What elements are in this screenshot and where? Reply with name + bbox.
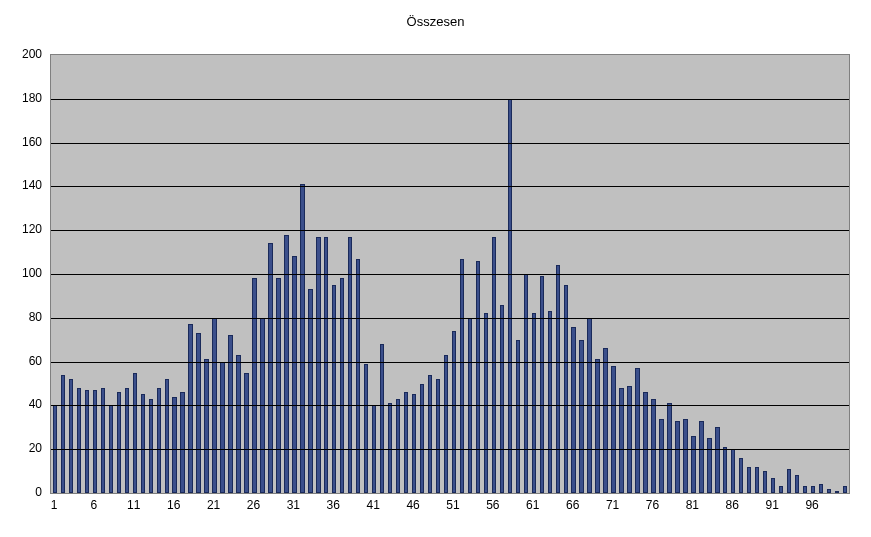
bar — [795, 475, 799, 493]
chart-title: Összesen — [0, 0, 871, 42]
bar — [141, 394, 145, 493]
y-tick-label: 140 — [22, 178, 42, 192]
x-tick-label: 36 — [327, 498, 340, 512]
bar — [404, 392, 408, 493]
x-tick-label: 86 — [726, 498, 739, 512]
bar — [220, 362, 224, 493]
bar — [133, 373, 137, 493]
x-tick-label: 51 — [446, 498, 459, 512]
x-tick-label: 71 — [606, 498, 619, 512]
bar — [787, 469, 791, 493]
bar — [540, 276, 544, 493]
bar — [619, 388, 623, 493]
bar — [771, 478, 775, 493]
y-tick-label: 160 — [22, 135, 42, 149]
bar — [595, 359, 599, 493]
bar — [308, 289, 312, 493]
bar — [165, 379, 169, 493]
x-tick-label: 76 — [646, 498, 659, 512]
x-tick-label: 41 — [367, 498, 380, 512]
bar — [396, 399, 400, 493]
bar — [683, 419, 687, 493]
bar — [731, 449, 735, 493]
x-tick-label: 31 — [287, 498, 300, 512]
bar — [611, 366, 615, 493]
y-tick-label: 40 — [29, 397, 42, 411]
bar — [125, 388, 129, 493]
bar — [244, 373, 248, 493]
x-tick-label: 66 — [566, 498, 579, 512]
bar — [77, 388, 81, 493]
bar — [348, 237, 352, 493]
bar — [763, 471, 767, 493]
bar — [667, 403, 671, 493]
bar — [739, 458, 743, 493]
x-tick-label: 46 — [406, 498, 419, 512]
bar — [340, 278, 344, 493]
bar — [755, 467, 759, 493]
bar — [707, 438, 711, 493]
chart-container: Összesen 020406080100120140160180200 161… — [0, 0, 871, 537]
x-tick-label: 56 — [486, 498, 499, 512]
bar — [196, 333, 200, 493]
bar — [715, 427, 719, 493]
bar — [356, 259, 360, 493]
gridline — [51, 362, 849, 363]
bar — [723, 447, 727, 493]
bar — [412, 394, 416, 493]
x-tick-label: 26 — [247, 498, 260, 512]
bar — [556, 265, 560, 493]
gridline — [51, 186, 849, 187]
bar — [69, 379, 73, 493]
y-tick-label: 100 — [22, 266, 42, 280]
y-tick-label: 60 — [29, 354, 42, 368]
bar — [444, 355, 448, 493]
bar — [428, 375, 432, 493]
x-tick-label: 61 — [526, 498, 539, 512]
x-tick-label: 16 — [167, 498, 180, 512]
y-axis-labels: 020406080100120140160180200 — [0, 54, 46, 494]
y-tick-label: 0 — [35, 485, 42, 499]
bar — [635, 368, 639, 493]
bar — [571, 327, 575, 493]
bar — [180, 392, 184, 493]
bar — [117, 392, 121, 493]
bar — [699, 421, 703, 493]
bar — [252, 278, 256, 493]
gridline — [51, 143, 849, 144]
bar — [643, 392, 647, 493]
bar — [579, 340, 583, 493]
bar — [292, 256, 296, 493]
bar — [316, 237, 320, 493]
x-tick-label: 91 — [766, 498, 779, 512]
bar — [819, 484, 823, 493]
bar — [603, 348, 607, 493]
bar — [332, 285, 336, 493]
bar — [627, 386, 631, 493]
bar — [691, 436, 695, 493]
bar — [268, 243, 272, 493]
gridline — [51, 405, 849, 406]
gridline — [51, 318, 849, 319]
bar — [380, 344, 384, 493]
bar — [188, 324, 192, 493]
bar — [452, 331, 456, 493]
x-tick-label: 1 — [51, 498, 58, 512]
bar — [532, 313, 536, 493]
x-tick-label: 11 — [127, 498, 140, 512]
bar — [548, 311, 552, 493]
bar — [436, 379, 440, 493]
bar — [747, 467, 751, 493]
bar — [228, 335, 232, 493]
x-tick-label: 21 — [207, 498, 220, 512]
bar — [675, 421, 679, 493]
bar — [811, 486, 815, 493]
bar — [61, 375, 65, 493]
gridline — [51, 230, 849, 231]
bar — [843, 486, 847, 493]
bar — [651, 399, 655, 493]
bar — [803, 486, 807, 493]
bar — [324, 237, 328, 493]
bar — [476, 261, 480, 493]
gridline — [51, 99, 849, 100]
